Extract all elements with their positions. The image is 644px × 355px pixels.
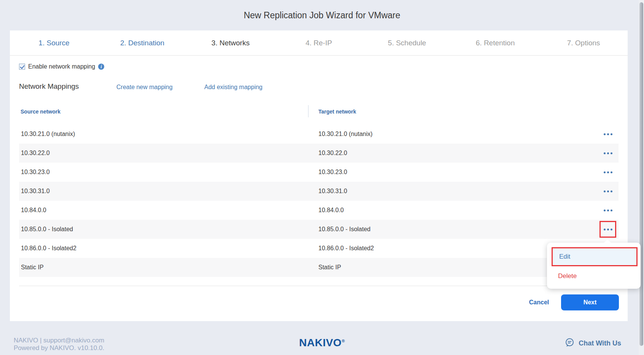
source-network-cell: 10.30.23.0 xyxy=(19,169,318,176)
table-row: 10.86.0.0 - Isolated2 10.86.0.0 - Isolat… xyxy=(19,239,619,258)
scrollbar-track[interactable] xyxy=(639,0,644,355)
registered-mark: ® xyxy=(342,339,345,343)
target-network-cell: 10.85.0.0 - Isolated xyxy=(318,226,619,233)
source-network-cell: 10.30.21.0 (nutanix) xyxy=(19,131,318,138)
column-divider xyxy=(308,105,308,117)
cancel-button[interactable]: Cancel xyxy=(526,299,552,306)
source-network-cell: 10.85.0.0 - Isolated xyxy=(19,226,318,233)
enable-network-mapping-row: Enable network mapping i xyxy=(19,63,104,70)
page-title: New Replication Job Wizard for VMware xyxy=(0,10,644,21)
target-network-cell: 10.30.22.0 xyxy=(318,150,619,157)
chat-icon xyxy=(564,337,575,349)
more-options-icon xyxy=(604,190,606,192)
table-row: 10.30.21.0 (nutanix) 10.30.21.0 (nutanix… xyxy=(19,125,619,144)
tab-source[interactable]: 1. Source xyxy=(10,39,98,47)
scrollbar-thumb[interactable] xyxy=(639,2,643,346)
enable-network-mapping-label: Enable network mapping xyxy=(28,63,95,70)
table-row: Static IP Static IP xyxy=(19,258,619,277)
row-menu-button[interactable] xyxy=(599,183,616,200)
wizard-steps: 1. Source 2. Destination 3. Networks 4. … xyxy=(10,30,628,56)
enable-network-mapping-checkbox[interactable] xyxy=(19,64,25,70)
table-row-highlighted: 10.85.0.0 - Isolated 10.85.0.0 - Isolate… xyxy=(19,220,619,239)
target-network-cell: 10.84.0.0 xyxy=(318,207,619,214)
source-network-cell: 10.86.0.0 - Isolated2 xyxy=(19,245,318,252)
table-row: 10.84.0.0 10.84.0.0 xyxy=(19,201,619,220)
info-icon[interactable]: i xyxy=(98,64,104,70)
target-network-cell: 10.30.21.0 (nutanix) xyxy=(318,131,619,138)
tab-re-ip[interactable]: 4. Re-IP xyxy=(275,39,363,47)
tab-networks[interactable]: 3. Networks xyxy=(186,39,275,47)
source-network-header: Source network xyxy=(21,109,60,115)
wizard-card: 1. Source 2. Destination 3. Networks 4. … xyxy=(10,30,628,321)
context-menu-caret xyxy=(604,240,611,243)
more-options-icon xyxy=(604,171,606,173)
target-network-header: Target network xyxy=(318,109,356,115)
tab-destination[interactable]: 2. Destination xyxy=(98,39,186,47)
network-mappings-heading: Network Mappings xyxy=(19,82,79,91)
add-existing-mapping-link[interactable]: Add existing mapping xyxy=(204,84,262,91)
next-button[interactable]: Next xyxy=(561,294,619,310)
more-options-icon xyxy=(604,152,606,154)
row-menu-button[interactable] xyxy=(599,126,616,142)
nakivo-logo: NAKIVO® xyxy=(0,337,644,349)
more-options-icon xyxy=(604,133,606,135)
menu-item-delete[interactable]: Delete xyxy=(552,268,638,285)
create-new-mapping-link[interactable]: Create new mapping xyxy=(116,84,173,91)
row-menu-button[interactable] xyxy=(599,145,616,162)
chat-label: Chat With Us xyxy=(579,339,621,347)
source-network-cell: 10.30.22.0 xyxy=(19,150,318,157)
target-network-cell: 10.30.23.0 xyxy=(318,169,619,176)
target-network-cell: 10.30.31.0 xyxy=(318,188,619,195)
source-network-cell: 10.30.31.0 xyxy=(19,188,318,195)
row-menu-button[interactable] xyxy=(599,202,616,219)
more-options-icon xyxy=(604,229,606,230)
tab-options[interactable]: 7. Options xyxy=(539,39,628,47)
table-row: 10.30.31.0 10.30.31.0 xyxy=(19,182,619,201)
edit-annotation-box: Edit xyxy=(552,247,638,266)
tab-retention[interactable]: 6. Retention xyxy=(451,39,539,47)
menu-item-edit[interactable]: Edit xyxy=(553,248,636,265)
chat-with-us-button[interactable]: Chat With Us xyxy=(564,337,621,349)
tab-schedule[interactable]: 5. Schedule xyxy=(363,39,451,47)
network-mappings-table: 10.30.21.0 (nutanix) 10.30.21.0 (nutanix… xyxy=(19,125,619,277)
source-network-cell: 10.84.0.0 xyxy=(19,207,318,214)
footer-separator xyxy=(19,286,619,286)
table-row: 10.30.22.0 10.30.22.0 xyxy=(19,144,619,163)
row-menu-button-annotated[interactable] xyxy=(599,221,616,238)
row-context-menu: Edit Delete xyxy=(547,243,641,289)
table-row: 10.30.23.0 10.30.23.0 xyxy=(19,163,619,182)
source-network-cell: Static IP xyxy=(19,264,318,271)
more-options-icon xyxy=(604,209,606,211)
row-menu-button[interactable] xyxy=(599,164,616,181)
